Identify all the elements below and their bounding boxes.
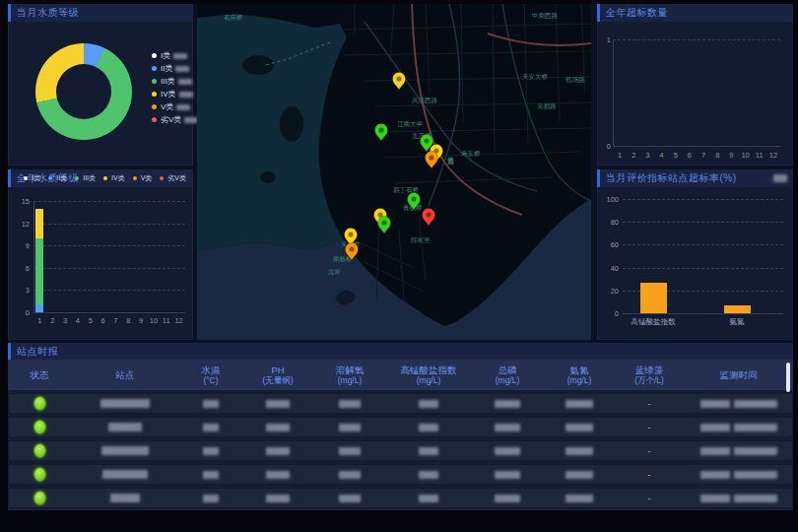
header-accent-bar <box>597 169 600 187</box>
x-tick: 9 <box>135 316 147 325</box>
y-tick: 9 <box>10 241 30 250</box>
bay-island <box>242 55 274 75</box>
y-tick: 40 <box>599 264 619 273</box>
rate-bar-chart[interactable]: 020406080100高锰酸盐指数氨氮 <box>597 187 793 340</box>
time-redacted <box>734 424 777 432</box>
table-row[interactable]: - <box>8 464 793 485</box>
panel-month-quality: 当月水质等级 I类II类III类IV类V类劣V类 <box>8 4 193 166</box>
header-accent-bar <box>597 4 600 22</box>
rate-bar <box>640 283 667 313</box>
value-redacted <box>203 424 219 432</box>
table-row[interactable]: - <box>8 417 793 437</box>
map-label: 石庙桥 <box>224 14 243 21</box>
table-cell <box>386 424 471 432</box>
table-cell <box>242 447 313 455</box>
legend-dot <box>48 176 52 180</box>
table-cell <box>242 400 313 408</box>
y-tick: 60 <box>599 240 619 249</box>
table-cell <box>313 495 386 502</box>
table-cell <box>471 471 544 479</box>
station-table-panel: 站点时报 状态站点水温(°C)PH(无量纲)溶解氧(mg/L)高锰酸盐指数(mg… <box>8 343 793 510</box>
exceed-line-chart[interactable]: 10123456789101112 <box>597 22 793 166</box>
value-redacted <box>203 471 219 479</box>
gridline <box>623 244 783 245</box>
column-name: 状态 <box>31 369 49 380</box>
map-label: 吴都路 <box>537 102 557 110</box>
time-redacted <box>734 495 777 502</box>
table-cell <box>386 447 471 455</box>
table-cell <box>471 400 544 408</box>
table-row[interactable]: - <box>8 488 793 508</box>
donut-chart[interactable] <box>35 43 132 140</box>
panel-header: 当月评价指标站点超标率(%) <box>597 169 793 187</box>
table-cell <box>544 400 615 408</box>
map-panel: 石庙桥中南西路高浪西路江南大学北正桥天安大桥机场路吴都路寿安桥立信大道易丁石桥青… <box>197 4 591 340</box>
legend-dot <box>152 104 157 109</box>
x-tick: 3 <box>641 151 653 160</box>
column-unit: (无量纲) <box>262 375 293 385</box>
value-redacted <box>339 424 361 432</box>
gridline <box>623 268 783 269</box>
value-redacted <box>339 400 361 408</box>
value-redacted <box>266 424 290 432</box>
table-cell <box>386 471 471 479</box>
rate-bar <box>724 305 751 313</box>
legend-item: I类 <box>24 173 43 183</box>
value-redacted <box>565 424 593 432</box>
value-redacted <box>495 471 520 479</box>
x-tick: 2 <box>628 151 639 160</box>
value-redacted <box>419 424 438 432</box>
gridline <box>33 201 185 202</box>
legend-label: V类 <box>141 173 153 183</box>
table-cell <box>179 471 242 479</box>
map-label: 中南西路 <box>532 12 559 20</box>
legend-value-redacted <box>179 92 193 98</box>
bar-label: 高锰酸盐指数 <box>620 317 687 327</box>
table-cell <box>71 494 179 502</box>
table-cell <box>8 467 71 482</box>
x-tick: 12 <box>767 151 779 160</box>
value-redacted <box>266 447 290 455</box>
table-cell <box>71 470 179 479</box>
table-row[interactable]: - <box>8 440 793 461</box>
y-tick: 12 <box>10 220 30 229</box>
value-redacted <box>565 400 593 408</box>
status-indicator <box>33 443 46 458</box>
column-unit: (mg/L) <box>496 375 520 385</box>
x-tick: 11 <box>754 151 765 160</box>
table-scrollbar[interactable] <box>786 363 790 392</box>
gridline <box>623 199 783 200</box>
bar-label: 氨氮 <box>703 317 770 327</box>
table-cell <box>544 424 615 432</box>
time-redacted <box>734 447 777 455</box>
value-redacted <box>419 495 438 502</box>
table-cell <box>71 423 179 432</box>
table-row[interactable]: - <box>8 393 793 414</box>
legend-label: 劣V类 <box>161 114 181 125</box>
x-tick: 8 <box>122 316 134 325</box>
value-redacted <box>495 400 520 408</box>
bay-island <box>280 106 303 142</box>
column-header: 溶解氧(mg/L) <box>313 365 386 385</box>
table-cell <box>8 443 71 458</box>
column-unit: (mg/L) <box>417 375 441 385</box>
algae-value: - <box>648 399 651 409</box>
x-axis <box>613 146 780 147</box>
value-redacted <box>565 495 593 502</box>
city-map[interactable]: 石庙桥中南西路高浪西路江南大学北正桥天安大桥机场路吴都路寿安桥立信大道易丁石桥青… <box>197 4 591 340</box>
yearly-bar-chart[interactable]: 03691215123456789101112 <box>8 187 193 340</box>
x-tick: 11 <box>161 316 172 325</box>
table-cell: - <box>615 399 684 409</box>
table-cell: - <box>615 423 684 432</box>
value-redacted <box>495 495 520 502</box>
table-cell <box>71 446 179 455</box>
value-redacted <box>203 400 219 408</box>
legend-dot <box>103 176 107 180</box>
legend-value-redacted <box>173 53 187 59</box>
gridline <box>33 268 185 269</box>
x-tick: 5 <box>670 151 682 160</box>
column-header: PH(无量纲) <box>242 365 313 385</box>
table-cell <box>544 495 615 502</box>
map-label: 沈家 <box>328 268 342 276</box>
header-accent-bar <box>8 169 11 187</box>
